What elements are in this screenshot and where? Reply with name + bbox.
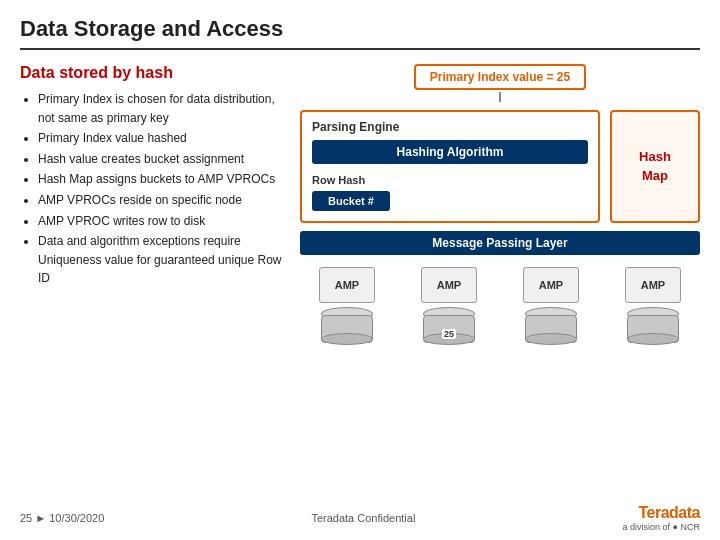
middle-row: Parsing Engine Hashing Algorithm Row Has…: [300, 110, 700, 223]
connector-line: [499, 92, 501, 102]
bullet-list: Primary Index is chosen for data distrib…: [20, 90, 290, 288]
list-item: Data and algorithm exceptions require Un…: [38, 232, 290, 288]
disk-shape-3: [525, 307, 577, 345]
right-column: Primary Index value = 25 Parsing Engine …: [300, 64, 700, 345]
page: Data Storage and Access Data stored by h…: [0, 0, 720, 540]
amp-box-4: AMP: [625, 267, 681, 303]
parsing-box: Parsing Engine Hashing Algorithm Row Has…: [300, 110, 600, 223]
disk-bottom-1: [321, 333, 373, 345]
footer-left: 25 ► 10/30/2020: [20, 512, 104, 524]
row-hash-label: Row Hash: [312, 172, 365, 187]
list-item: AMP VPROC writes row to disk: [38, 212, 290, 231]
amp-box-2: AMP: [421, 267, 477, 303]
page-title: Data Storage and Access: [20, 16, 700, 50]
footer: 25 ► 10/30/2020 Teradata Confidential Te…: [20, 504, 700, 532]
disk-value: 25: [442, 329, 456, 339]
content-area: Data stored by hash Primary Index is cho…: [20, 64, 700, 345]
amp-unit-3: AMP: [523, 267, 579, 345]
list-item: Primary Index value hashed: [38, 129, 290, 148]
section-title: Data stored by hash: [20, 64, 290, 82]
amp-unit-4: AMP: [625, 267, 681, 345]
parsing-wrapper: Parsing Engine Hashing Algorithm Row Has…: [300, 110, 600, 223]
list-item: Hash value creates bucket assignment: [38, 150, 290, 169]
disk-bottom-4: [627, 333, 679, 345]
amp-unit-2: AMP 25: [421, 267, 477, 345]
disk-shape-1: [321, 307, 373, 345]
list-item: Hash Map assigns buckets to AMP VPROCs: [38, 170, 290, 189]
hash-map-box: Hash Map: [610, 110, 700, 223]
disk-shape-4: [627, 307, 679, 345]
amp-box-3: AMP: [523, 267, 579, 303]
disk-bottom-3: [525, 333, 577, 345]
list-item: AMP VPROCs reside on specific node: [38, 191, 290, 210]
message-layer: Message Passing Layer: [300, 231, 700, 255]
bucket-field: Bucket #: [312, 191, 390, 211]
ncr-text: a division of ● NCR: [623, 522, 700, 532]
teradata-logo: Teradata a division of ● NCR: [623, 504, 700, 532]
left-column: Data stored by hash Primary Index is cho…: [20, 64, 290, 345]
amp-row: AMP AMP 25: [300, 267, 700, 345]
parsing-engine-label: Parsing Engine: [312, 120, 588, 134]
disk-shape-2: 25: [423, 307, 475, 345]
teradata-brand: Teradata: [638, 504, 700, 522]
hashing-algo-box: Hashing Algorithm: [312, 140, 588, 164]
amp-box-1: AMP: [319, 267, 375, 303]
primary-index-badge: Primary Index value = 25: [414, 64, 586, 90]
amp-unit-1: AMP: [319, 267, 375, 345]
list-item: Primary Index is chosen for data distrib…: [38, 90, 290, 127]
footer-center: Teradata Confidential: [311, 512, 415, 524]
